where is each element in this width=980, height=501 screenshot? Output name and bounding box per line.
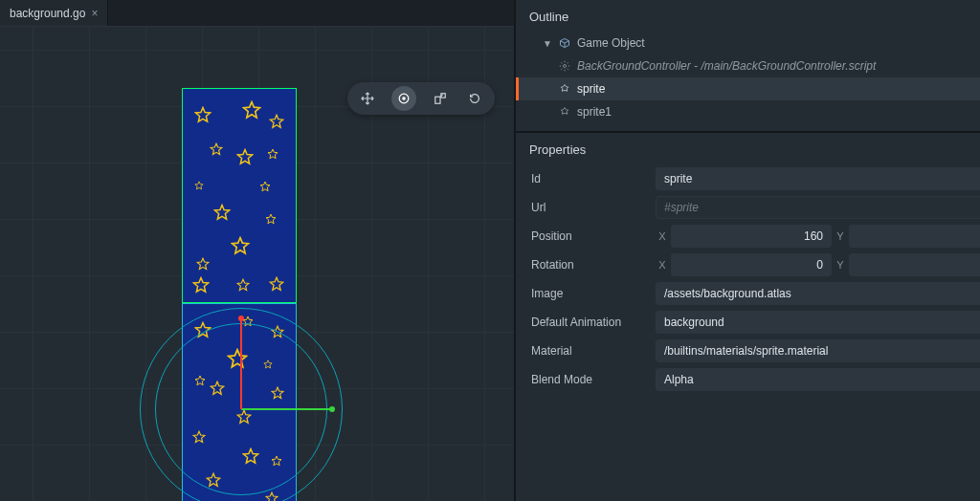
sprite-instance[interactable] — [182, 303, 297, 501]
svg-marker-23 — [237, 410, 250, 423]
star-icon — [194, 375, 206, 386]
star-icon — [206, 472, 221, 488]
axis-label-y: Y — [834, 259, 847, 271]
prop-label-image: Image — [531, 287, 646, 300]
position-x-input[interactable] — [671, 225, 832, 248]
svg-marker-3 — [211, 143, 222, 154]
chevron-down-icon[interactable]: ▼ — [543, 38, 552, 49]
sprite-instance[interactable] — [182, 88, 297, 303]
url-input — [656, 196, 980, 219]
gizmo-x-handle[interactable] — [329, 406, 335, 412]
svg-marker-13 — [237, 279, 249, 290]
outline-item-sprite[interactable]: sprite — [516, 77, 980, 100]
star-icon — [242, 100, 261, 120]
star-icon — [269, 276, 284, 292]
gizmo-y-handle[interactable] — [238, 316, 244, 321]
svg-marker-26 — [272, 456, 281, 466]
svg-marker-27 — [207, 473, 219, 486]
id-input[interactable] — [656, 167, 980, 190]
outline-panel: Outline ▼ Game Object BackGroundControll… — [516, 0, 980, 133]
rotate-tool-button[interactable] — [391, 86, 416, 111]
star-icon — [194, 321, 212, 338]
prop-label-url: Url — [531, 201, 646, 214]
prop-label-blend-mode: Blend Mode — [531, 373, 646, 386]
outline-item-label: sprite — [577, 82, 605, 96]
outline-item-label: sprite1 — [577, 105, 612, 119]
svg-marker-15 — [196, 323, 211, 338]
svg-marker-0 — [196, 108, 211, 122]
outline-root-game-object[interactable]: ▼ Game Object — [516, 32, 980, 54]
axis-label-y: Y — [834, 230, 847, 242]
svg-marker-11 — [197, 258, 209, 269]
move-tool-button[interactable] — [357, 88, 378, 109]
svg-marker-12 — [194, 278, 209, 293]
svg-point-33 — [564, 65, 567, 68]
svg-marker-8 — [215, 206, 230, 220]
rotation-y-input[interactable] — [849, 253, 980, 276]
star-icon — [192, 276, 210, 294]
star-icon — [210, 381, 225, 396]
svg-marker-2 — [270, 115, 282, 127]
star-icon — [236, 148, 254, 165]
svg-marker-21 — [211, 381, 223, 394]
tab-background-go[interactable]: background.go × — [0, 0, 108, 26]
prop-label-material: Material — [531, 344, 646, 358]
star-icon — [236, 278, 250, 292]
material-input[interactable] — [656, 339, 980, 362]
svg-marker-9 — [266, 214, 276, 224]
star-icon — [265, 213, 277, 225]
star-icon — [210, 142, 223, 156]
star-icon — [265, 491, 278, 501]
svg-rect-31 — [435, 97, 440, 103]
blend-mode-select[interactable]: ▼ — [656, 368, 980, 391]
prop-label-position: Position — [531, 229, 646, 243]
scene-editor: background.go × — [0, 0, 514, 501]
star-icon — [194, 106, 212, 123]
svg-marker-7 — [260, 182, 270, 191]
prop-label-id: Id — [531, 172, 646, 185]
star-icon — [271, 455, 282, 467]
star-icon — [242, 447, 259, 465]
sprite-icon — [558, 82, 571, 96]
svg-marker-25 — [244, 449, 258, 464]
rotation-x-input[interactable] — [671, 253, 832, 276]
svg-marker-5 — [268, 149, 278, 159]
outline-item-script[interactable]: BackGroundController - /main/BackGroundC… — [516, 54, 980, 77]
svg-marker-6 — [195, 182, 203, 189]
position-y-input[interactable] — [849, 225, 980, 248]
svg-marker-17 — [272, 326, 283, 337]
inspector-panel: Outline ▼ Game Object BackGroundControll… — [514, 0, 980, 501]
properties-panel: Properties Id Url Position X Y Z — [516, 133, 980, 501]
close-icon[interactable]: × — [91, 7, 98, 20]
cube-icon — [558, 36, 571, 50]
svg-marker-22 — [272, 387, 283, 398]
scene-viewport[interactable] — [0, 27, 514, 501]
image-input[interactable] — [656, 282, 980, 305]
prop-label-default-animation: Default Animation — [531, 316, 646, 329]
svg-marker-24 — [193, 431, 205, 442]
scale-tool-button[interactable] — [430, 88, 451, 109]
default-animation-select[interactable]: ▼ — [656, 311, 980, 334]
tab-bar: background.go × — [0, 0, 514, 27]
default-animation-value[interactable] — [656, 311, 980, 334]
star-icon — [231, 236, 250, 255]
gizmo-y-axis[interactable] — [240, 318, 242, 409]
axis-label-x: X — [656, 230, 669, 242]
properties-title: Properties — [516, 133, 980, 164]
axis-label-x: X — [656, 259, 669, 271]
star-icon — [267, 148, 278, 160]
blend-mode-value[interactable] — [656, 368, 980, 391]
gizmo-x-axis[interactable] — [241, 408, 332, 410]
star-icon — [196, 257, 210, 271]
star-icon — [271, 386, 284, 400]
sprite-icon — [558, 105, 571, 119]
star-icon — [236, 409, 252, 425]
reset-view-button[interactable] — [464, 88, 485, 109]
gear-icon — [558, 59, 571, 73]
outline-title: Outline — [516, 0, 980, 32]
star-icon — [269, 114, 284, 129]
outline-item-label: Game Object — [577, 36, 645, 50]
svg-marker-14 — [270, 277, 282, 290]
svg-marker-1 — [244, 102, 260, 118]
outline-item-sprite1[interactable]: sprite1 — [516, 100, 980, 123]
